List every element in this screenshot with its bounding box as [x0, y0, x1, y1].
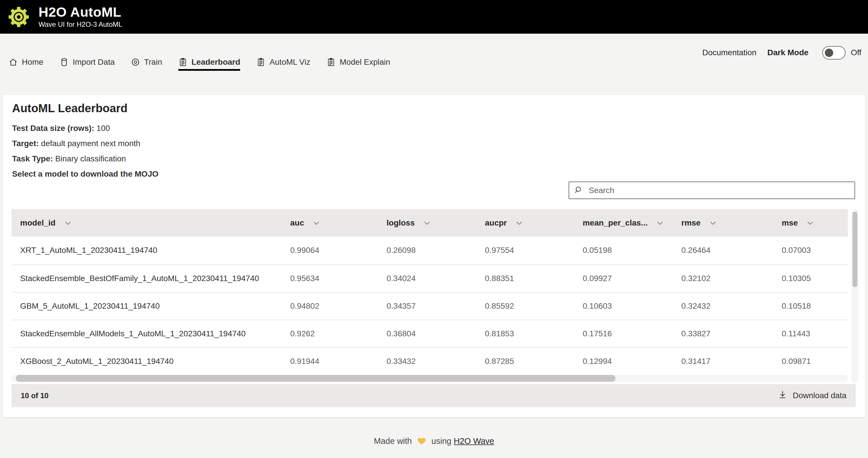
cell-metric: 0.95634	[290, 274, 386, 283]
column-header-label: mean_per_clas...	[583, 218, 648, 227]
gear-icon	[7, 5, 30, 29]
cell-metric: 0.88351	[485, 274, 583, 283]
column-header-auc[interactable]: auc	[290, 218, 386, 227]
leaderboard-card: AutoML Leaderboard Test Data size (rows)…	[3, 95, 865, 417]
nav-tab-label: Train	[144, 58, 162, 67]
meta-line-task-type: Task Type: Binary classification	[12, 151, 865, 166]
clipboard-icon	[327, 58, 336, 67]
cell-metric: 0.91944	[290, 357, 386, 366]
page-title: AutoML Leaderboard	[3, 95, 865, 115]
table-row[interactable]: XRT_1_AutoML_1_20230411_1947400.990640.2…	[11, 237, 848, 264]
horizontal-scrollbar-thumb[interactable]	[16, 375, 616, 382]
table-footer: 10 of 10 Download data	[11, 384, 856, 407]
h2o-wave-link[interactable]: H2O Wave	[454, 436, 494, 446]
search-input[interactable]	[588, 186, 849, 195]
column-header-label: rmse	[681, 218, 701, 227]
table-body: XRT_1_AutoML_1_20230411_1947400.990640.2…	[11, 237, 848, 374]
cell-metric: 0.97554	[485, 246, 583, 255]
table-row[interactable]: StackedEnsemble_BestOfFamily_1_AutoML_1_…	[11, 264, 848, 292]
column-header-mean-per-clas[interactable]: mean_per_clas...	[583, 218, 681, 227]
chevron-down-icon	[709, 219, 717, 227]
cell-model-id: StackedEnsemble_BestOfFamily_1_AutoML_1_…	[11, 274, 290, 283]
cell-model-id: XRT_1_AutoML_1_20230411_194740	[11, 246, 290, 255]
column-header-label: mse	[782, 218, 798, 227]
leaderboard-table: model_idaucloglossaucprmean_per_clas...r…	[11, 209, 859, 407]
cell-metric: 0.33432	[386, 357, 485, 366]
dark-mode-state: Off	[851, 48, 861, 57]
column-header-model-id[interactable]: model_id	[11, 218, 290, 227]
row-count: 10 of 10	[21, 391, 49, 400]
nav-tab-automl-viz[interactable]: AutoML Viz	[256, 54, 310, 71]
cell-model-id: XGBoost_2_AutoML_1_20230411_194740	[11, 357, 290, 366]
target-icon	[131, 58, 140, 67]
cell-metric: 0.09871	[782, 357, 848, 366]
cell-metric: 0.32432	[681, 302, 782, 311]
cell-metric: 0.36804	[386, 329, 485, 338]
dark-mode-label: Dark Mode	[767, 48, 808, 57]
chevron-down-icon	[423, 219, 431, 227]
column-header-logloss[interactable]: logloss	[386, 218, 485, 227]
chevron-down-icon	[806, 219, 814, 227]
column-header-label: logloss	[386, 218, 415, 227]
footer-text-prefix: Made with	[374, 436, 412, 446]
vertical-scrollbar-thumb[interactable]	[852, 212, 857, 287]
download-data-button[interactable]: Download data	[778, 390, 846, 401]
yellow-heart-icon	[417, 436, 426, 447]
download-icon	[778, 390, 787, 401]
nav-tab-leaderboard[interactable]: Leaderboard	[178, 54, 241, 71]
footer-text-middle: using	[431, 436, 451, 446]
cell-metric: 0.05198	[583, 246, 681, 255]
chevron-down-icon	[656, 219, 664, 227]
cell-metric: 0.32102	[681, 274, 782, 283]
meta-list: Test Data size (rows): 100Target: defaul…	[12, 121, 865, 182]
nav-tab-import-data[interactable]: Import Data	[60, 54, 115, 71]
cell-metric: 0.11443	[782, 329, 848, 338]
nav-tab-label: AutoML Viz	[270, 58, 310, 67]
meta-line-select-a-model-to-download-the-mojo: Select a model to download the MOJO	[12, 166, 865, 182]
column-header-label: model_id	[20, 218, 56, 227]
cell-model-id: GBM_5_AutoML_1_20230411_194740	[11, 302, 290, 311]
clipboard-icon	[178, 58, 188, 67]
cell-metric: 0.33827	[681, 329, 782, 338]
dark-mode-toggle[interactable]	[822, 46, 845, 60]
table-header-row: model_idaucloglossaucprmean_per_clas...r…	[11, 209, 848, 237]
column-header-label: aucpr	[485, 218, 507, 227]
vertical-scrollbar[interactable]	[851, 209, 859, 382]
download-label: Download data	[793, 391, 846, 400]
cell-metric: 0.10518	[782, 302, 848, 311]
nav-tabs: HomeImport DataTrainLeaderboardAutoML Vi…	[9, 54, 390, 71]
app-root: H2O AutoML Wave UI for H2O-3 AutoML Home…	[0, 0, 868, 458]
cell-metric: 0.34357	[386, 302, 485, 311]
clipboard-icon	[256, 58, 266, 67]
chevron-down-icon	[64, 219, 72, 227]
nav-tab-home[interactable]: Home	[9, 54, 43, 71]
nav-tab-model-explain[interactable]: Model Explain	[327, 54, 390, 71]
horizontal-scrollbar[interactable]	[11, 375, 848, 382]
app-header: H2O AutoML Wave UI for H2O-3 AutoML	[0, 0, 868, 34]
cell-metric: 0.12994	[583, 357, 681, 366]
documentation-link[interactable]: Documentation	[702, 48, 756, 57]
nav-tab-label: Leaderboard	[191, 58, 241, 67]
cell-metric: 0.87285	[485, 357, 583, 366]
database-icon	[60, 58, 69, 67]
home-icon	[9, 58, 18, 67]
table-row[interactable]: XGBoost_2_AutoML_1_20230411_1947400.9194…	[11, 347, 848, 374]
column-header-mse[interactable]: mse	[782, 218, 848, 227]
meta-line-target: Target: default payment next month	[12, 136, 865, 151]
cell-metric: 0.07003	[782, 246, 848, 255]
cell-metric: 0.26098	[386, 246, 485, 255]
cell-metric: 0.34024	[386, 274, 485, 283]
cell-metric: 0.26464	[681, 246, 782, 255]
cell-metric: 0.09927	[583, 274, 681, 283]
nav-tab-label: Home	[22, 58, 43, 67]
table-row[interactable]: StackedEnsemble_AllModels_1_AutoML_1_202…	[11, 319, 848, 347]
cell-metric: 0.9262	[290, 329, 386, 338]
table-row[interactable]: GBM_5_AutoML_1_20230411_1947400.948020.3…	[11, 292, 848, 319]
page-footer: Made with using H2O Wave	[0, 436, 868, 447]
cell-metric: 0.85592	[485, 302, 583, 311]
column-header-aucpr[interactable]: aucpr	[485, 218, 583, 227]
cell-metric: 0.81853	[485, 329, 583, 338]
column-header-rmse[interactable]: rmse	[681, 218, 782, 227]
column-header-label: auc	[290, 218, 304, 227]
nav-tab-train[interactable]: Train	[131, 54, 162, 71]
